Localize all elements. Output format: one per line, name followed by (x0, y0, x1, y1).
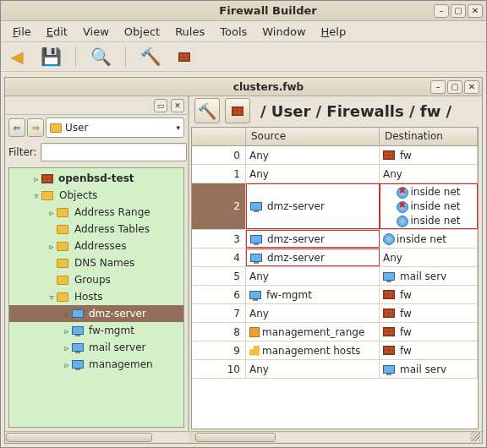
rule-row[interactable]: 5Anymail serv (192, 267, 478, 286)
tree-item[interactable]: ▿Hosts (9, 288, 183, 305)
rule-destination[interactable]: mail serv (380, 267, 478, 285)
expander-icon[interactable]: ▿ (47, 292, 57, 302)
rule-source[interactable]: Any (246, 146, 380, 164)
expander-icon[interactable]: ▹ (62, 309, 72, 319)
nav-forward-button[interactable]: ⇒ (27, 118, 44, 137)
search-icon[interactable]: 🔍 (90, 46, 112, 68)
rule-number: 1 (192, 165, 246, 183)
col-header-destination[interactable]: Destination (380, 128, 478, 145)
rule-destination[interactable]: fw (380, 146, 478, 164)
menu-help[interactable]: Help (315, 24, 353, 40)
rule-row[interactable]: 9management hostsfw (192, 341, 478, 360)
rule-destination[interactable]: inside net (380, 230, 478, 248)
rule-row[interactable]: 8management_rangefw (192, 323, 478, 341)
tree-item[interactable]: DNS Names (9, 254, 183, 271)
expander-icon[interactable]: ▹ (47, 208, 57, 217)
maximize-button[interactable]: ▢ (451, 4, 466, 18)
nav-back-button[interactable]: ⇐ (8, 118, 25, 137)
rule-destination[interactable]: inside netinside netinside net (380, 183, 478, 229)
install-button[interactable] (225, 98, 250, 123)
tree-item[interactable]: ▹openbsd-test (9, 170, 183, 187)
expander-icon[interactable]: ▹ (31, 174, 41, 183)
rule-destination[interactable]: mail serv (380, 360, 478, 378)
tree-item[interactable]: ▹Address Range (9, 204, 183, 221)
rule-row[interactable]: 1AnyAny (192, 165, 478, 183)
resize-grip[interactable] (470, 431, 480, 441)
tree-label: Hosts (74, 291, 103, 303)
install-icon[interactable] (173, 46, 195, 68)
rule-source[interactable]: dmz-server (246, 249, 380, 266)
compile-button[interactable]: 🔨 (194, 98, 220, 123)
menu-file[interactable]: File (6, 24, 38, 40)
addr-icon (249, 327, 260, 337)
rule-destination[interactable]: fw (380, 286, 478, 303)
back-icon[interactable]: ◀ (6, 46, 28, 68)
rule-row[interactable]: 0Anyfw (192, 146, 478, 165)
expander-icon[interactable]: ▹ (62, 343, 72, 352)
rule-row[interactable]: 7Anyfw (192, 304, 478, 323)
save-icon[interactable]: 💾 (40, 46, 62, 68)
filter-label: Filter: (8, 146, 37, 158)
rule-source[interactable]: fw-mgmt (246, 286, 380, 303)
menu-view[interactable]: View (76, 24, 116, 40)
col-header-number[interactable] (192, 128, 246, 145)
pane-close-button[interactable]: ✕ (171, 99, 184, 112)
doc-minimize-button[interactable]: – (430, 80, 446, 94)
expander-icon[interactable]: ▹ (62, 360, 72, 369)
expander-icon[interactable]: ▹ (47, 242, 57, 251)
tree-item[interactable]: Groups (9, 271, 183, 288)
rule-source[interactable]: dmz-server (246, 230, 380, 248)
tree-item[interactable]: ▹managemen (9, 356, 183, 373)
doc-close-button[interactable]: ✕ (464, 80, 479, 94)
tree-item[interactable]: ▹dmz-server (9, 305, 183, 322)
wall-icon (383, 346, 395, 355)
filter-input[interactable] (41, 143, 187, 161)
rule-source[interactable]: management hosts (246, 341, 380, 359)
rule-row[interactable]: 2dmz-serverinside netinside netinside ne… (192, 183, 478, 230)
menu-edit[interactable]: Edit (40, 24, 74, 40)
wall-icon (383, 290, 395, 299)
rules-grid: Source Destination 0Anyfw1AnyAny2dmz-ser… (191, 127, 479, 429)
rule-destination[interactable]: fw (380, 323, 478, 341)
menu-rules[interactable]: Rules (168, 24, 211, 40)
rule-row[interactable]: 6fw-mgmtfw (192, 286, 478, 304)
expander-icon[interactable]: ▿ (31, 191, 41, 200)
minimize-button[interactable]: – (434, 4, 449, 18)
rule-row[interactable]: 4dmz-serverAny (192, 249, 478, 267)
tree-item[interactable]: ▿Objects (9, 187, 183, 204)
doc-maximize-button[interactable]: ▢ (447, 80, 462, 94)
tree-item[interactable]: ▹Addresses (9, 238, 183, 254)
folder-icon (57, 276, 68, 285)
col-header-source[interactable]: Source (246, 128, 380, 145)
menu-tools[interactable]: Tools (213, 24, 254, 40)
tree-item[interactable]: Address Tables (9, 221, 183, 238)
rule-source[interactable]: Any (246, 360, 380, 378)
library-combo[interactable]: User ▾ (46, 117, 184, 138)
pane-menu-button[interactable]: ▭ (154, 99, 167, 112)
grid-body[interactable]: 0Anyfw1AnyAny2dmz-serverinside netinside… (192, 146, 478, 429)
rule-destination[interactable]: Any (380, 165, 478, 183)
menu-window[interactable]: Window (255, 24, 312, 40)
object-tree[interactable]: ▹openbsd-test▿Objects▹Address RangeAddre… (9, 168, 183, 427)
bottom-scrollbar[interactable] (5, 431, 482, 443)
rule-source[interactable]: dmz-server (246, 183, 380, 229)
rule-destination[interactable]: fw (380, 341, 478, 359)
tree-label: managemen (89, 358, 153, 370)
tree-item[interactable]: ▹mail server (9, 339, 183, 356)
rule-row[interactable]: 3dmz-serverinside net (192, 230, 478, 249)
expander-icon[interactable]: ▹ (62, 326, 72, 336)
menu-object[interactable]: Object (118, 24, 167, 40)
rule-source[interactable]: Any (246, 165, 380, 183)
rule-destination[interactable]: fw (380, 304, 478, 322)
rule-source[interactable]: management_range (246, 323, 380, 341)
rule-source[interactable]: Any (246, 304, 380, 322)
folder-icon (57, 208, 68, 217)
tree-label: Address Tables (74, 223, 150, 235)
pc-icon (72, 326, 84, 335)
close-button[interactable]: ✕ (468, 4, 483, 18)
build-icon[interactable]: 🔨 (140, 46, 161, 68)
rule-source[interactable]: Any (246, 267, 380, 285)
rule-row[interactable]: 10Anymail serv (192, 360, 478, 379)
rule-destination[interactable]: Any (380, 249, 478, 266)
tree-item[interactable]: ▹fw-mgmt (9, 322, 183, 339)
